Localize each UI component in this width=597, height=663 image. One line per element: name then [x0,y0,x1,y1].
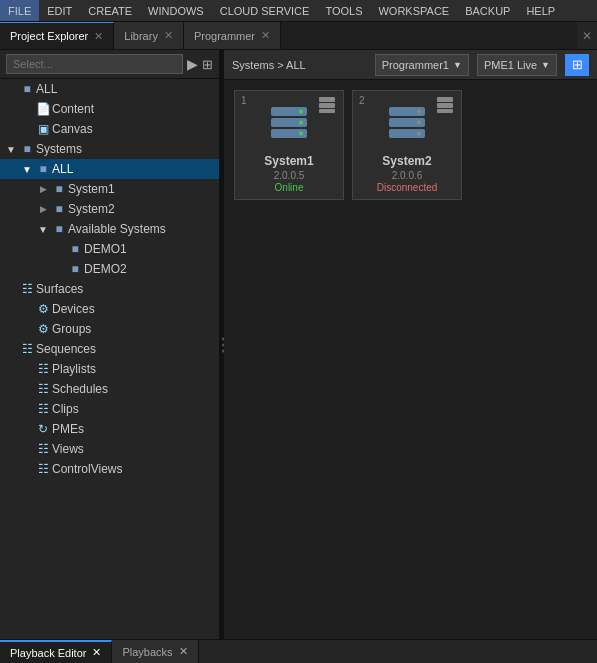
sidebar-item-sequences-label: Sequences [36,342,219,356]
systems-grid: 1 [224,80,597,639]
views-icon: ☷ [34,442,52,456]
bottom-bar: Playback Editor ✕ Playbacks ✕ [0,639,597,663]
demo1-icon: ■ [66,242,84,256]
sidebar-item-playlists-label: Playlists [52,362,219,376]
svg-point-3 [331,99,333,101]
system-card-system2[interactable]: 2 [352,90,462,200]
grid-icon[interactable]: ⊞ [202,57,213,72]
systems-all-db-icon: ■ [34,162,52,176]
grid-view-button[interactable]: ⊞ [565,54,589,76]
menu-cloud[interactable]: CLOUD SERVICE [212,0,318,21]
tab-project-explorer-close[interactable]: ✕ [94,30,103,43]
bottom-tab-playbacks-close[interactable]: ✕ [179,645,188,658]
bottom-tab-playback-editor-close[interactable]: ✕ [92,646,101,659]
system1-card-name: System1 [264,154,313,168]
sidebar-item-surfaces-label: Surfaces [36,282,219,296]
programmer-dropdown-arrow: ▼ [453,60,462,70]
sidebar-item-system2-label: System2 [68,202,219,216]
sidebar-item-pmes[interactable]: ↻ PMEs [0,419,219,439]
sidebar-item-clips-label: Clips [52,402,219,416]
sidebar-item-schedules[interactable]: ☷ Schedules [0,379,219,399]
sidebar-item-clips[interactable]: ☷ Clips [0,399,219,419]
programmer-dropdown-label: Programmer1 [382,59,449,71]
sidebar-item-groups[interactable]: ⚙ Groups [0,319,219,339]
system2-server-main-svg [387,103,427,143]
sidebar-item-all-label: ALL [36,82,219,96]
sidebar-item-system1[interactable]: ▶ ■ System1 [0,179,219,199]
sidebar-item-views[interactable]: ☷ Views [0,439,219,459]
sidebar-item-demo1-label: DEMO1 [84,242,219,256]
svg-point-19 [417,109,421,113]
menu-tools[interactable]: TOOLS [317,0,370,21]
monitor-icon: ▣ [34,122,52,136]
bottom-tab-playback-editor[interactable]: Playback Editor ✕ [0,640,112,663]
system2-card-version: 2.0.0.6 [392,170,423,181]
sidebar-item-systems-all[interactable]: ▼ ■ ALL [0,159,219,179]
system-card-system1[interactable]: 1 [234,90,344,200]
menu-windows[interactable]: WINDOWS [140,0,212,21]
tab-library[interactable]: Library ✕ [114,22,184,49]
sidebar-item-canvas[interactable]: ▣ Canvas [0,119,219,139]
sidebar-item-system2[interactable]: ▶ ■ System2 [0,199,219,219]
svg-rect-13 [437,109,453,113]
content-toolbar: Systems > ALL Programmer1 ▼ PME1 Live ▼ … [224,50,597,80]
bottom-tab-playbacks-label: Playbacks [122,646,172,658]
sidebar-item-systems[interactable]: ▼ ■ Systems [0,139,219,159]
demo2-icon: ■ [66,262,84,276]
menu-workspace[interactable]: WORKSPACE [370,0,457,21]
tab-library-close[interactable]: ✕ [164,29,173,42]
system1-server-main-svg [269,103,309,143]
bottom-tab-playbacks[interactable]: Playbacks ✕ [112,640,198,663]
bottom-tab-playback-editor-label: Playback Editor [10,647,86,659]
system1-card-icon-area [317,95,337,118]
expand-system2: ▶ [36,204,50,214]
groups-icon: ⚙ [34,322,52,336]
tab-programmer[interactable]: Programmer ✕ [184,22,281,49]
svg-point-9 [299,120,303,124]
sidebar-item-surfaces[interactable]: ☷ Surfaces [0,279,219,299]
cursor-icon[interactable]: ▶ [187,56,198,72]
menu-backup[interactable]: BACKUP [457,0,518,21]
sidebar-item-available-systems[interactable]: ▼ ■ Available Systems [0,219,219,239]
system2-card-name: System2 [382,154,431,168]
system1-card-number: 1 [241,95,247,106]
breadcrumb: Systems > ALL [232,59,306,71]
pme-dropdown-arrow: ▼ [541,60,550,70]
content-area: Systems > ALL Programmer1 ▼ PME1 Live ▼ … [224,50,597,639]
tab-bar-close[interactable]: ✕ [577,22,597,49]
sidebar-item-demo1[interactable]: ■ DEMO1 [0,239,219,259]
tab-library-label: Library [124,30,158,42]
menu-file[interactable]: FILE [0,0,39,21]
system1-main-icon [269,103,309,150]
file-icon: 📄 [34,102,52,116]
menu-help[interactable]: HELP [518,0,563,21]
expand-systems-all: ▼ [20,164,34,175]
sidebar-item-content[interactable]: 📄 Content [0,99,219,119]
menu-create[interactable]: CREATE [80,0,140,21]
sidebar-item-views-label: Views [52,442,219,456]
sidebar-item-controlviews-label: ControlViews [52,462,219,476]
menu-edit[interactable]: EDIT [39,0,80,21]
sidebar-item-demo2[interactable]: ■ DEMO2 [0,259,219,279]
sidebar-tree: ■ ALL 📄 Content ▣ Canvas ▼ ■ Systems [0,79,219,639]
sidebar-item-systems-label: Systems [36,142,219,156]
sidebar-item-sequences[interactable]: ☷ Sequences [0,339,219,359]
svg-point-15 [449,105,451,107]
system1-card-version: 2.0.0.5 [274,170,305,181]
sidebar-item-devices-label: Devices [52,302,219,316]
pme-dropdown-label: PME1 Live [484,59,537,71]
search-input[interactable] [6,54,183,74]
sidebar-item-controlviews[interactable]: ☷ ControlViews [0,459,219,479]
programmer-dropdown[interactable]: Programmer1 ▼ [375,54,469,76]
sidebar-item-devices[interactable]: ⚙ Devices [0,299,219,319]
sidebar-item-playlists[interactable]: ☷ Playlists [0,359,219,379]
sidebar-item-all[interactable]: ■ ALL [0,79,219,99]
svg-rect-2 [319,109,335,113]
svg-point-4 [331,105,333,107]
pme-dropdown[interactable]: PME1 Live ▼ [477,54,557,76]
tab-programmer-close[interactable]: ✕ [261,29,270,42]
system2-server-icon [435,95,455,115]
tab-project-explorer[interactable]: Project Explorer ✕ [0,22,114,49]
system2-card-icon-area [435,95,455,118]
svg-point-10 [299,131,303,135]
